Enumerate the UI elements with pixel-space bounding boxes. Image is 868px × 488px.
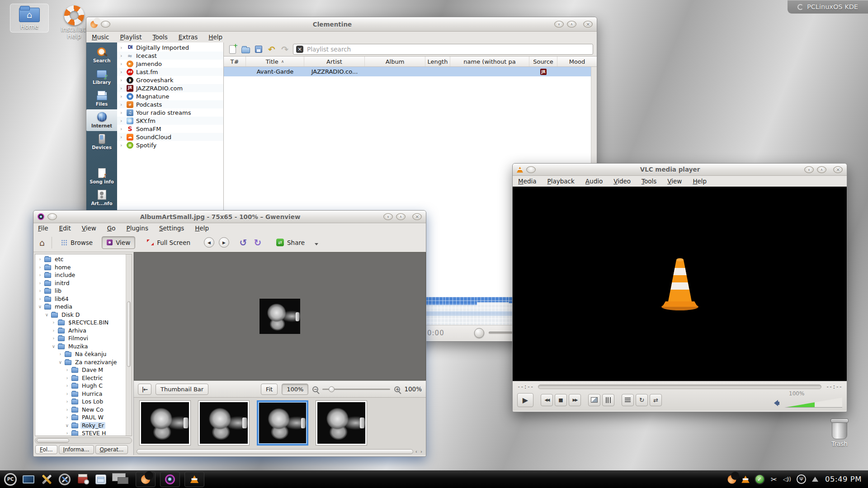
folder-tree-hscrollbar[interactable]: [35, 437, 132, 444]
desktop-icon-home[interactable]: ⌂ Home: [10, 4, 49, 33]
expander-icon[interactable]: ∨: [52, 344, 56, 349]
zoom-100-button[interactable]: 100%: [282, 384, 308, 395]
speaker-icon[interactable]: [774, 400, 781, 407]
window-menu-button[interactable]: [101, 21, 110, 28]
expander-icon[interactable]: ›: [38, 288, 42, 293]
expander-icon[interactable]: [120, 77, 124, 83]
zoom-slider-handle[interactable]: [329, 386, 335, 392]
tree-item-jamendo[interactable]: Jamendo: [117, 60, 223, 68]
thumbnail-scrollbar[interactable]: ‹ ›: [134, 448, 426, 455]
file-manager-button[interactable]: [94, 473, 108, 486]
tray-usb-icon[interactable]: [797, 474, 806, 484]
folder-tree-scrollbar[interactable]: [126, 254, 132, 436]
expander-icon[interactable]: ›: [58, 352, 62, 357]
column-header-artist[interactable]: Artist: [304, 56, 365, 66]
folder-tree-item[interactable]: ›Arhiva: [35, 327, 132, 335]
folder-tree-item[interactable]: ›lib: [35, 287, 132, 295]
expander-icon[interactable]: [120, 110, 124, 116]
rotate-right-button[interactable]: [253, 238, 263, 248]
clementine-titlebar[interactable]: Clementine: [86, 17, 597, 32]
tree-item-your-radio-streams[interactable]: Your radio streams: [117, 108, 223, 117]
image-viewer[interactable]: [134, 252, 426, 380]
vlc-titlebar[interactable]: VLC media player: [513, 164, 847, 176]
close-button[interactable]: [583, 21, 593, 28]
maximize-button[interactable]: [567, 21, 576, 28]
workspace-pager[interactable]: [112, 473, 131, 486]
zoom-in-icon[interactable]: +: [394, 386, 400, 392]
zoom-fit-button[interactable]: Fit: [261, 384, 278, 395]
expander-icon[interactable]: ∨: [65, 423, 69, 428]
sidebar-item-search[interactable]: Search: [86, 44, 117, 66]
tab-folders[interactable]: Fol...: [35, 445, 57, 454]
tray-updates-icon[interactable]: [755, 474, 765, 484]
expander-icon[interactable]: [120, 85, 124, 91]
folder-tree-item-selected[interactable]: ∨Roky_Er: [35, 422, 132, 430]
expander-icon[interactable]: ›: [38, 296, 42, 301]
vlc-seek-slider[interactable]: [538, 385, 821, 389]
expander-icon[interactable]: ›: [65, 415, 69, 420]
taskbar-gwenview[interactable]: [160, 472, 180, 487]
expander-icon[interactable]: ›: [65, 407, 69, 412]
menu-playlist[interactable]: Playlist: [120, 33, 142, 41]
close-button[interactable]: [833, 166, 843, 173]
thumbnail[interactable]: [316, 400, 367, 446]
tray-klipper-icon[interactable]: [771, 475, 777, 484]
folder-tree-item[interactable]: ›Na čekanju: [35, 350, 132, 358]
tab-information[interactable]: Informa...: [59, 445, 94, 454]
expander-icon[interactable]: ∨: [58, 360, 62, 365]
menu-music[interactable]: Music: [92, 33, 109, 41]
expander-icon[interactable]: ›: [65, 375, 69, 380]
tree-item-somafm[interactable]: SomaFM: [117, 125, 223, 133]
sidebar-item-artist-info[interactable]: Art...nfo: [86, 187, 117, 209]
scrollbar-thumb[interactable]: [137, 449, 413, 454]
folder-tree-item[interactable]: ›Dave M: [35, 366, 132, 374]
expander-icon[interactable]: [120, 94, 124, 99]
play-button[interactable]: [517, 393, 533, 407]
sidebar-item-files[interactable]: Files: [86, 88, 117, 109]
tree-item-grooveshark[interactable]: Grooveshark: [117, 76, 223, 84]
next-image-button[interactable]: ▶: [219, 237, 229, 248]
extended-settings-button[interactable]: [602, 394, 614, 406]
sidebar-item-devices[interactable]: Devices: [86, 131, 117, 153]
menu-tools[interactable]: Tools: [642, 178, 656, 185]
open-playlist-button[interactable]: [241, 44, 250, 54]
configure-button[interactable]: [58, 473, 71, 486]
folder-tree-item[interactable]: ∨media: [35, 303, 132, 311]
maximize-button[interactable]: [817, 166, 826, 173]
menu-help[interactable]: Help: [693, 178, 707, 185]
minimize-button[interactable]: [804, 166, 814, 173]
thumbnail[interactable]: [139, 400, 191, 446]
show-desktop-button[interactable]: [22, 473, 35, 486]
menu-view[interactable]: View: [667, 178, 682, 185]
sidebar-item-library[interactable]: Library: [86, 66, 117, 88]
menu-help[interactable]: Help: [208, 33, 222, 41]
fullscreen-button[interactable]: [588, 394, 600, 406]
expander-icon[interactable]: ›: [38, 272, 42, 277]
clear-search-icon[interactable]: [296, 46, 303, 53]
folder-tree-item[interactable]: ›$RECYCLE.BIN: [35, 319, 132, 327]
playlist-button[interactable]: [622, 394, 634, 406]
menu-media[interactable]: Media: [518, 178, 537, 185]
pclinuxos-menu-button[interactable]: PC: [4, 473, 17, 486]
redo-button[interactable]: [280, 44, 290, 54]
folder-tree-item[interactable]: ›lib64: [35, 295, 132, 303]
share-button[interactable]: Share: [272, 236, 309, 249]
folder-tree-item[interactable]: ›include: [35, 271, 132, 279]
folder-tree-item[interactable]: ›Los Lob: [35, 398, 132, 406]
clock[interactable]: 05:49 PM: [825, 475, 862, 483]
menu-settings[interactable]: Settings: [159, 225, 184, 232]
column-header-title[interactable]: Title∧: [246, 56, 304, 66]
seek-slider-handle[interactable]: [474, 328, 484, 338]
previous-button[interactable]: [541, 394, 553, 406]
sidebar-item-internet[interactable]: Internet: [86, 109, 117, 131]
minimize-button[interactable]: [383, 213, 393, 220]
desktop-icon-trash[interactable]: Trash: [822, 420, 857, 447]
software-installer-button[interactable]: [76, 473, 90, 486]
expander-icon[interactable]: [120, 142, 124, 148]
folder-tree-item[interactable]: ›Electric: [35, 374, 132, 382]
share-dropdown-icon[interactable]: [315, 243, 318, 245]
column-header-filename[interactable]: name (without pa: [450, 56, 529, 66]
save-playlist-button[interactable]: [254, 44, 264, 54]
expander-icon[interactable]: ›: [38, 281, 42, 286]
taskbar-vlc[interactable]: [184, 472, 204, 487]
